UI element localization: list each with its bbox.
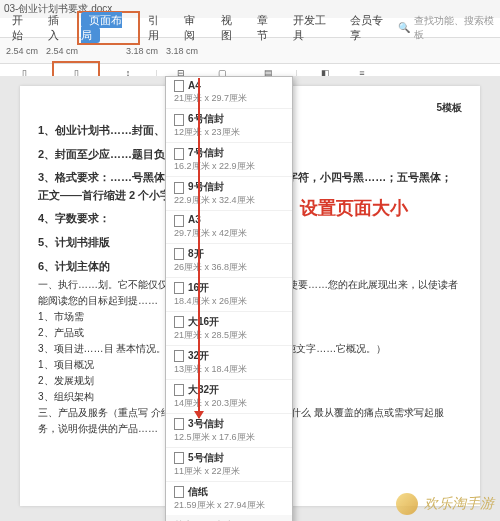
search-icon: 🔍: [398, 22, 410, 33]
annotation-text: 设置页面大小: [300, 196, 408, 220]
margin-left[interactable]: 2.54 cm: [6, 46, 38, 56]
menu-references[interactable]: 引用: [140, 11, 176, 45]
size-dim: 12厘米 x 23厘米: [174, 127, 240, 137]
page-icon: [174, 148, 184, 160]
paper-size-dropdown: A421厘米 x 29.7厘米6号信封12厘米 x 23厘米7号信封16.2厘米…: [165, 76, 293, 521]
dropdown-item-1[interactable]: 6号信封12厘米 x 23厘米: [166, 109, 292, 143]
size-name: 6号信封: [188, 113, 224, 124]
annotation-arrow: [198, 78, 200, 418]
dropdown-item-7[interactable]: 大16开21厘米 x 28.5厘米: [166, 312, 292, 346]
watermark: 欢乐淘手游: [396, 493, 494, 515]
page-icon: [174, 248, 184, 260]
search-placeholder: 查找功能、搜索模板: [414, 14, 496, 42]
menu-review[interactable]: 审阅: [176, 11, 212, 45]
size-name: 7号信封: [188, 147, 224, 158]
page-icon: [174, 80, 184, 92]
menu-start[interactable]: 开始: [4, 11, 40, 45]
size-dim: 26厘米 x 36.8厘米: [174, 262, 247, 272]
dropdown-item-2[interactable]: 7号信封16.2厘米 x 22.9厘米: [166, 143, 292, 177]
dropdown-item-5[interactable]: 8开26厘米 x 36.8厘米: [166, 244, 292, 278]
size-dim: 22.9厘米 x 32.4厘米: [174, 195, 255, 205]
dropdown-more-sizes[interactable]: 其它页面大小(A)...: [166, 515, 292, 521]
page-icon: [174, 316, 184, 328]
page-icon: [174, 282, 184, 294]
size-dim: 16.2厘米 x 22.9厘米: [174, 161, 255, 171]
menu-devtools[interactable]: 开发工具: [285, 11, 342, 45]
size-name: 大32开: [188, 384, 219, 395]
size-dim: 18.4厘米 x 26厘米: [174, 296, 247, 306]
size-dim: 12.5厘米 x 17.6厘米: [174, 432, 255, 442]
size-dim: 21厘米 x 28.5厘米: [174, 330, 247, 340]
margin-right2[interactable]: 3.18 cm: [166, 46, 198, 56]
size-name: 信纸: [188, 486, 208, 497]
watermark-text: 欢乐淘手游: [424, 495, 494, 511]
page-icon: [174, 452, 184, 464]
dropdown-item-4[interactable]: A329.7厘米 x 42厘米: [166, 211, 292, 243]
page-icon: [174, 486, 184, 498]
menu-bar: 开始 插入 页面布局 引用 审阅 视图 章节 开发工具 会员专享 🔍 查找功能、…: [0, 18, 500, 38]
page-icon: [174, 350, 184, 362]
size-dim: 29.7厘米 x 42厘米: [174, 228, 247, 238]
dropdown-item-10[interactable]: 3号信封12.5厘米 x 17.6厘米: [166, 414, 292, 448]
dropdown-item-6[interactable]: 16开18.4厘米 x 26厘米: [166, 278, 292, 312]
dropdown-item-12[interactable]: 信纸21.59厘米 x 27.94厘米: [166, 482, 292, 515]
menu-insert[interactable]: 插入: [40, 11, 76, 45]
size-dim: 11厘米 x 22厘米: [174, 466, 240, 476]
page-icon: [174, 418, 184, 430]
page-icon: [174, 215, 184, 227]
size-dim: 21厘米 x 29.7厘米: [174, 93, 247, 103]
menu-highlight-box: 页面布局: [77, 11, 140, 45]
size-dim: 21.59厘米 x 27.94厘米: [174, 500, 265, 510]
margin-left2[interactable]: 2.54 cm: [46, 46, 78, 56]
menu-sections[interactable]: 章节: [249, 11, 285, 45]
size-name: 大16开: [188, 316, 219, 327]
dropdown-item-3[interactable]: 9号信封22.9厘米 x 32.4厘米: [166, 177, 292, 211]
size-name: 9号信封: [188, 181, 224, 192]
menu-view[interactable]: 视图: [213, 11, 249, 45]
size-dim: 13厘米 x 18.4厘米: [174, 364, 247, 374]
page-icon: [174, 384, 184, 396]
dropdown-item-0[interactable]: A421厘米 x 29.7厘米: [166, 77, 292, 109]
dropdown-item-8[interactable]: 32开13厘米 x 18.4厘米: [166, 346, 292, 380]
menu-page-layout[interactable]: 页面布局: [81, 12, 122, 43]
page-icon: [174, 114, 184, 126]
size-name: 8开: [188, 248, 204, 259]
search-area[interactable]: 🔍 查找功能、搜索模板: [398, 14, 496, 42]
size-dim: 14厘米 x 20.3厘米: [174, 398, 247, 408]
dropdown-item-11[interactable]: 5号信封11厘米 x 22厘米: [166, 448, 292, 482]
page-icon: [174, 182, 184, 194]
dropdown-item-9[interactable]: 大32开14厘米 x 20.3厘米: [166, 380, 292, 414]
watermark-logo-icon: [396, 493, 418, 515]
margin-right[interactable]: 3.18 cm: [126, 46, 158, 56]
size-name: 5号信封: [188, 452, 224, 463]
menu-vip[interactable]: 会员专享: [342, 11, 399, 45]
